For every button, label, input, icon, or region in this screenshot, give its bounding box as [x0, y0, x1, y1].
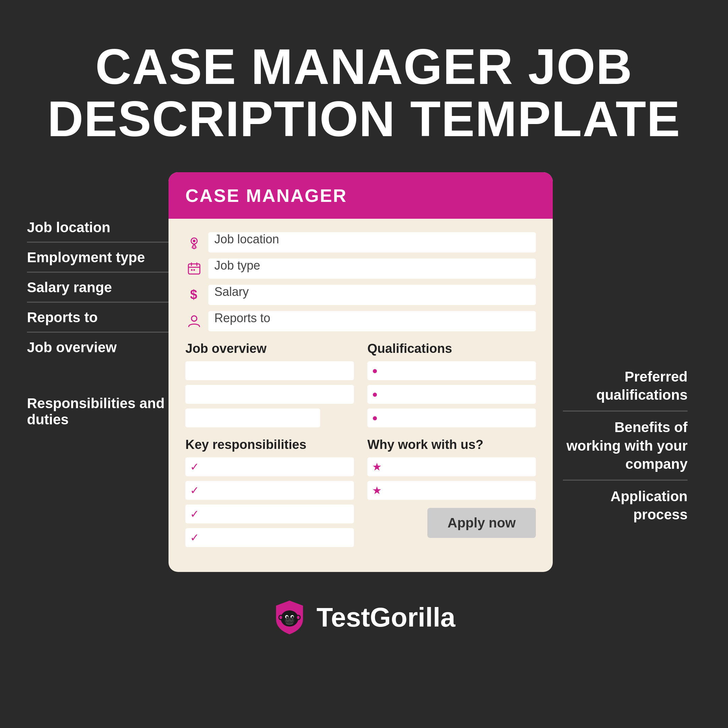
- right-label-preferred-qualifications: Preferred qualifications: [563, 368, 688, 411]
- form-card: CASE MANAGER Job location: [168, 172, 553, 572]
- check-icon-4: ✓: [190, 531, 199, 544]
- left-label-job-location: Job location: [27, 219, 168, 243]
- testgorilla-logo-icon: [273, 599, 306, 636]
- right-label-application-process: Application process: [563, 487, 688, 530]
- job-overview-line-2[interactable]: [185, 385, 354, 404]
- svg-point-14: [279, 616, 282, 619]
- job-overview-label: Job overview: [185, 341, 354, 356]
- footer-brand-text: TestGorilla: [317, 602, 455, 633]
- star-icon-1: ★: [372, 460, 382, 473]
- responsibility-line-1[interactable]: ✓: [185, 457, 354, 476]
- left-label-salary-range: Salary range: [27, 279, 168, 303]
- why-work-line-1[interactable]: ★: [367, 457, 536, 476]
- form-title: CASE MANAGER: [185, 185, 347, 206]
- svg-point-7: [193, 269, 195, 271]
- job-overview-line-1[interactable]: [185, 361, 354, 380]
- svg-point-6: [191, 269, 193, 271]
- reports-to-row: Reports to: [185, 311, 536, 331]
- job-overview-line-3[interactable]: [185, 408, 320, 427]
- apply-now-button[interactable]: Apply now: [427, 508, 536, 538]
- bullet-icon-2: ●: [372, 389, 378, 400]
- right-column: Qualifications ● ● ● Why work with us? ★: [367, 341, 536, 552]
- responsibility-line-3[interactable]: ✓: [185, 505, 354, 523]
- form-body: Job location Job type: [168, 232, 553, 552]
- svg-text:$: $: [190, 288, 197, 302]
- dollar-icon: $: [185, 286, 203, 304]
- bullet-icon-1: ●: [372, 366, 378, 376]
- left-label-job-overview: Job overview: [27, 340, 168, 362]
- job-location-input[interactable]: Job location: [208, 232, 536, 252]
- why-work-line-2[interactable]: ★: [367, 481, 536, 500]
- svg-rect-2: [188, 264, 200, 274]
- left-label-employment-type: Employment type: [27, 249, 168, 273]
- bullet-icon-3: ●: [372, 413, 378, 423]
- qualification-line-3[interactable]: ●: [367, 408, 536, 427]
- responsibility-line-4[interactable]: ✓: [185, 528, 354, 547]
- check-icon-2: ✓: [190, 484, 199, 497]
- left-column: Job overview Key responsibilities ✓ ✓ ✓: [185, 341, 354, 552]
- svg-point-10: [191, 316, 197, 321]
- star-icon-2: ★: [372, 484, 382, 497]
- salary-input[interactable]: Salary: [208, 285, 536, 305]
- person-icon: [185, 312, 203, 330]
- left-label-responsibilities: Responsibilities and duties: [27, 395, 168, 434]
- right-label-benefits: Benefits of working with your company: [563, 418, 688, 480]
- job-type-row: Job type: [185, 258, 536, 279]
- reports-to-input[interactable]: Reports to: [208, 311, 536, 331]
- two-column-section: Job overview Key responsibilities ✓ ✓ ✓: [185, 341, 536, 552]
- salary-row: $ Salary: [185, 285, 536, 305]
- svg-point-1: [193, 240, 196, 242]
- svg-point-24: [291, 619, 292, 621]
- location-icon: [185, 234, 203, 251]
- page-title: CASE MANAGER JOB DESCRIPTION TEMPLATE: [44, 40, 684, 145]
- apply-button-row: Apply now: [367, 508, 536, 538]
- key-responsibilities-label: Key responsibilities: [185, 437, 354, 452]
- qualifications-label: Qualifications: [367, 341, 536, 356]
- job-location-row: Job location: [185, 232, 536, 252]
- qualification-line-2[interactable]: ●: [367, 385, 536, 404]
- right-labels: Preferred qualifications Benefits of wor…: [553, 172, 688, 537]
- qualification-line-1[interactable]: ●: [367, 361, 536, 380]
- check-icon-1: ✓: [190, 460, 199, 473]
- svg-point-15: [297, 616, 300, 619]
- responsibility-line-2[interactable]: ✓: [185, 481, 354, 500]
- form-header: CASE MANAGER: [168, 172, 553, 219]
- footer: TestGorilla: [273, 599, 455, 636]
- why-work-label: Why work with us?: [367, 437, 536, 452]
- check-icon-3: ✓: [190, 508, 199, 520]
- content-section: Job location Employment type Salary rang…: [27, 172, 701, 572]
- job-type-input[interactable]: Job type: [208, 258, 536, 279]
- svg-point-20: [285, 618, 294, 624]
- calendar-icon: [185, 260, 203, 277]
- left-labels: Job location Employment type Salary rang…: [27, 172, 168, 440]
- svg-point-23: [287, 619, 289, 621]
- left-label-reports-to: Reports to: [27, 309, 168, 333]
- svg-point-19: [292, 616, 294, 618]
